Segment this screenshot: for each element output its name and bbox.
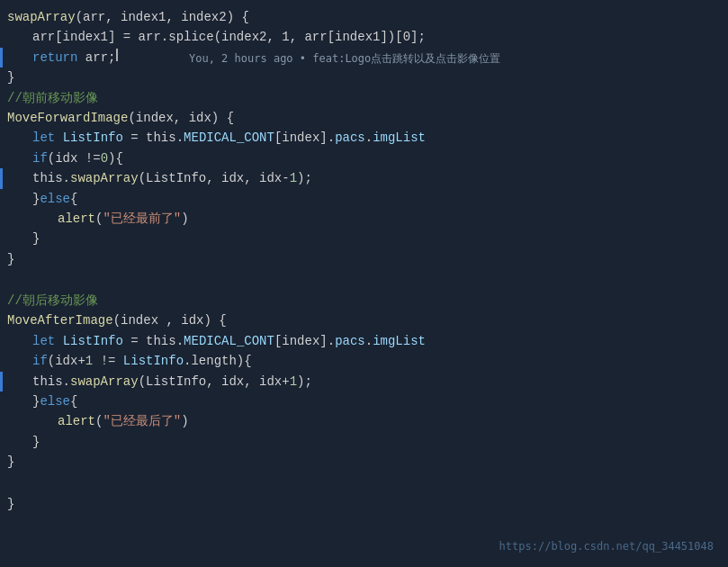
code-line-1: swapArray(arr, index1, index2) { — [0, 7, 728, 27]
code-line-8: if(idx !=0){ — [0, 148, 728, 168]
code-line-9: this.swapArray(ListInfo, idx, idx-1); — [0, 168, 728, 188]
code-line-2: arr[index1] = arr.splice(index2, 1, arr[… — [0, 27, 728, 47]
text-cursor — [116, 49, 118, 61]
code-line-18: if(idx+1 != ListInfo.length){ — [0, 351, 728, 371]
watermark-text: https://blog.csdn.net/qq_34451048 — [499, 540, 714, 553]
code-token: swapArray — [7, 7, 76, 27]
code-line-19: this.swapArray(ListInfo, idx, idx+1); — [0, 372, 728, 392]
code-line-21: alert("已经最后了") — [0, 411, 728, 431]
code-line-23: } — [0, 452, 728, 472]
code-line-17: let ListInfo = this.MEDICAL_CONT[index].… — [0, 331, 728, 351]
blank-line-2 — [0, 472, 728, 494]
code-line-10: }else{ — [0, 189, 728, 209]
code-line-4: } — [0, 68, 728, 87]
code-line-6: MoveForwardImage(index, idx) { — [0, 108, 728, 128]
code-line-13: } — [0, 249, 728, 269]
code-line-3: return arr; — [0, 48, 728, 68]
code-line-15: //朝后移动影像 — [0, 291, 728, 310]
code-line-16: MoveAfterImage(index , idx) { — [0, 310, 728, 330]
blank-line-1 — [0, 269, 728, 291]
code-line-12: } — [0, 229, 728, 248]
code-line-11: alert("已经最前了") — [0, 209, 728, 229]
code-line-22: } — [0, 432, 728, 452]
code-line-25: } — [0, 494, 728, 514]
code-line-7: let ListInfo = this.MEDICAL_CONT[index].… — [0, 128, 728, 148]
csdn-watermark: https://blog.csdn.net/qq_34451048 — [499, 540, 714, 553]
code-line-5: //朝前移动影像 — [0, 88, 728, 108]
code-editor: swapArray(arr, index1, index2) { arr[ind… — [0, 0, 728, 521]
code-line-20: }else{ — [0, 392, 728, 411]
